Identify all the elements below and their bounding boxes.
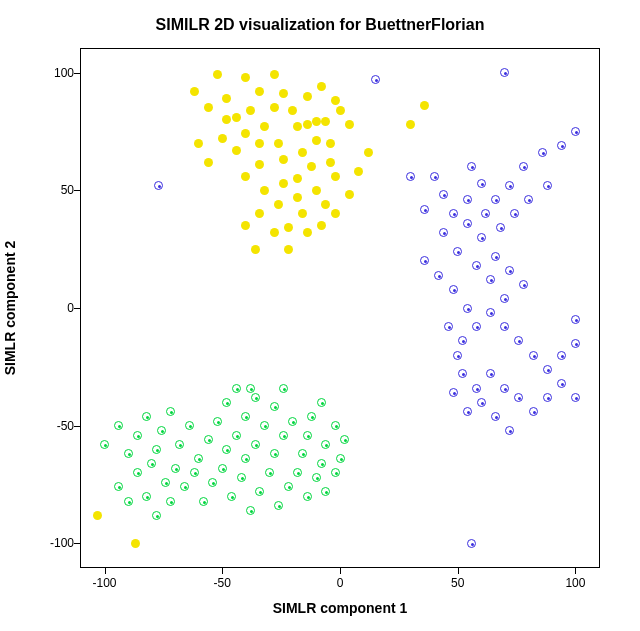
data-point	[154, 181, 163, 190]
data-point	[486, 275, 495, 284]
data-point	[260, 421, 269, 430]
data-point	[204, 435, 213, 444]
y-tick	[74, 308, 80, 309]
data-point	[303, 431, 312, 440]
data-point	[321, 117, 330, 126]
data-point	[439, 228, 448, 237]
data-point	[491, 195, 500, 204]
data-point	[255, 87, 264, 96]
data-point	[298, 209, 307, 218]
data-point	[241, 412, 250, 421]
y-tick-label: 100	[40, 66, 74, 80]
data-point	[467, 539, 476, 548]
data-point	[175, 440, 184, 449]
data-point	[307, 412, 316, 421]
data-point	[270, 70, 279, 79]
data-point	[303, 228, 312, 237]
data-point	[142, 492, 151, 501]
data-point	[274, 139, 283, 148]
plot-area	[80, 48, 600, 568]
data-point	[147, 459, 156, 468]
data-point	[265, 468, 274, 477]
data-point	[449, 388, 458, 397]
data-point	[477, 398, 486, 407]
data-point	[514, 393, 523, 402]
data-point	[312, 136, 321, 145]
data-point	[293, 122, 302, 131]
data-point	[222, 398, 231, 407]
data-point	[232, 431, 241, 440]
data-point	[345, 190, 354, 199]
data-point	[288, 106, 297, 115]
data-point	[232, 384, 241, 393]
x-tick	[340, 568, 341, 574]
data-point	[298, 449, 307, 458]
data-point	[279, 384, 288, 393]
data-point	[293, 468, 302, 477]
data-point	[312, 186, 321, 195]
data-point	[185, 421, 194, 430]
data-point	[331, 421, 340, 430]
data-point	[571, 127, 580, 136]
data-point	[251, 393, 260, 402]
data-point	[279, 431, 288, 440]
y-tick	[74, 426, 80, 427]
data-point	[458, 369, 467, 378]
data-point	[279, 179, 288, 188]
data-point	[519, 162, 528, 171]
data-point	[232, 113, 241, 122]
data-point	[321, 440, 330, 449]
data-point	[246, 506, 255, 515]
data-point	[260, 122, 269, 131]
data-point	[260, 186, 269, 195]
data-point	[543, 181, 552, 190]
data-point	[218, 134, 227, 143]
data-point	[491, 412, 500, 421]
data-point	[303, 492, 312, 501]
data-point	[194, 454, 203, 463]
data-point	[340, 435, 349, 444]
data-point	[317, 82, 326, 91]
x-tick	[222, 568, 223, 574]
data-point	[133, 431, 142, 440]
data-point	[312, 117, 321, 126]
data-point	[241, 454, 250, 463]
data-point	[152, 511, 161, 520]
data-point	[190, 87, 199, 96]
data-point	[321, 487, 330, 496]
data-point	[100, 440, 109, 449]
data-point	[500, 68, 509, 77]
data-point	[157, 426, 166, 435]
data-point	[434, 271, 443, 280]
data-point	[557, 379, 566, 388]
x-tick	[105, 568, 106, 574]
data-point	[124, 497, 133, 506]
data-point	[274, 501, 283, 510]
data-point	[222, 115, 231, 124]
data-point	[303, 92, 312, 101]
data-point	[364, 148, 373, 157]
data-point	[114, 421, 123, 430]
data-point	[557, 141, 566, 150]
data-point	[255, 209, 264, 218]
data-point	[453, 351, 462, 360]
data-point	[449, 209, 458, 218]
data-point	[510, 209, 519, 218]
x-tick-label: -50	[214, 576, 231, 590]
x-tick	[575, 568, 576, 574]
data-point	[345, 120, 354, 129]
data-point	[255, 487, 264, 496]
data-point	[326, 158, 335, 167]
data-point	[222, 94, 231, 103]
data-point	[458, 336, 467, 345]
data-point	[279, 155, 288, 164]
data-point	[241, 221, 250, 230]
data-point	[430, 172, 439, 181]
data-point	[152, 445, 161, 454]
data-point	[420, 101, 429, 110]
data-point	[124, 449, 133, 458]
data-point	[481, 209, 490, 218]
data-point	[463, 195, 472, 204]
data-point	[251, 440, 260, 449]
data-point	[453, 247, 462, 256]
